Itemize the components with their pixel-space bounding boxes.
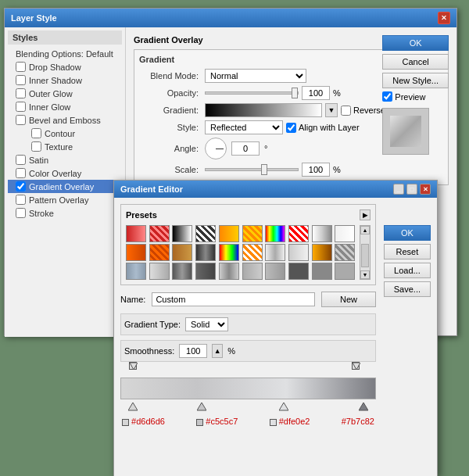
preset-swatch-2[interactable]	[172, 225, 192, 242]
preset-swatch-26[interactable]	[265, 263, 285, 280]
preset-swatch-3[interactable]	[195, 225, 216, 242]
preset-swatch-4[interactable]	[219, 225, 239, 242]
sidebar-item-contour[interactable]: Contour	[23, 127, 122, 140]
ge-reset-button[interactable]: Reset	[384, 244, 431, 259]
preset-swatch-17[interactable]	[288, 244, 309, 261]
smoothness-up-icon[interactable]: ▲	[212, 344, 223, 358]
preset-swatch-9[interactable]	[335, 225, 355, 242]
texture-check[interactable]	[31, 141, 41, 152]
preset-swatch-29[interactable]	[335, 263, 355, 280]
scroll-down-icon[interactable]: ▼	[360, 270, 370, 279]
gradient-preview-bar[interactable]	[205, 103, 322, 117]
preset-swatch-24[interactable]	[219, 263, 239, 280]
preset-swatch-13[interactable]	[195, 244, 216, 261]
cancel-button[interactable]: Cancel	[382, 54, 449, 70]
presets-grid-container: ▲ ▼	[126, 225, 371, 280]
scroll-up-icon[interactable]: ▲	[360, 226, 370, 234]
angle-input[interactable]	[231, 141, 260, 156]
gradient-type-select[interactable]: Solid Noise	[185, 317, 228, 331]
presets-expand-icon[interactable]: ▶	[360, 209, 371, 220]
smoothness-input[interactable]	[179, 344, 207, 358]
sidebar-item-color-overlay[interactable]: Color Overlay	[8, 166, 122, 180]
preset-swatch-22[interactable]	[172, 263, 192, 280]
inner-shadow-check[interactable]	[16, 75, 26, 85]
presets-section: Presets ▶ ▲ ▼	[120, 204, 376, 285]
opacity-stop-1[interactable]	[129, 362, 137, 370]
gradient-overlay-check[interactable]	[16, 181, 26, 191]
name-input[interactable]	[152, 292, 315, 306]
preset-swatch-5[interactable]	[242, 225, 263, 242]
stop-label-1: #d6d6d6	[122, 417, 165, 426]
bevel-emboss-check[interactable]	[16, 115, 26, 125]
sidebar-item-satin[interactable]: Satin	[8, 153, 122, 166]
sidebar-item-gradient-overlay[interactable]: Gradient Overlay	[8, 180, 122, 193]
preset-swatch-27[interactable]	[288, 263, 309, 280]
minimize-icon[interactable]: _	[393, 184, 404, 195]
sidebar-item-inner-glow[interactable]: Inner Glow	[8, 100, 122, 113]
preset-swatch-20[interactable]	[126, 263, 146, 280]
drop-shadow-check[interactable]	[16, 62, 26, 72]
pattern-overlay-check[interactable]	[16, 195, 26, 205]
outer-glow-check[interactable]	[16, 88, 26, 98]
scale-slider[interactable]	[205, 168, 299, 171]
ge-load-button[interactable]: Load...	[384, 263, 431, 278]
preset-swatch-15[interactable]	[242, 244, 263, 261]
close-icon[interactable]: ✕	[420, 184, 431, 195]
preset-swatch-19[interactable]	[335, 244, 355, 261]
preset-swatch-14[interactable]	[219, 244, 239, 261]
reverse-check[interactable]	[341, 106, 351, 116]
color-stop-3[interactable]	[279, 403, 288, 413]
preset-swatch-23[interactable]	[195, 263, 216, 280]
color-stop-1[interactable]	[128, 403, 138, 413]
opacity-input[interactable]	[302, 86, 330, 100]
opacity-stop-2[interactable]	[352, 362, 360, 370]
scroll-thumb[interactable]	[361, 244, 369, 267]
preset-swatch-11[interactable]	[149, 244, 170, 261]
contour-check[interactable]	[31, 128, 41, 138]
style-select[interactable]: Reflected Linear Radial Angle Diamond	[205, 120, 283, 134]
ge-ok-button[interactable]: OK	[384, 225, 431, 241]
inner-glow-check[interactable]	[16, 102, 26, 112]
sidebar-item-blending[interactable]: Blending Options: Default	[8, 48, 122, 60]
preset-swatch-7[interactable]	[288, 225, 309, 242]
satin-check[interactable]	[16, 155, 26, 165]
sidebar-item-stroke[interactable]: Stroke	[8, 206, 122, 220]
opacity-slider[interactable]	[205, 91, 299, 95]
blend-mode-select[interactable]: Normal Multiply Screen	[205, 69, 306, 83]
scale-input[interactable]	[302, 163, 330, 177]
preset-swatch-1[interactable]	[149, 225, 170, 242]
maximize-icon[interactable]: □	[406, 184, 417, 195]
stroke-check[interactable]	[16, 208, 26, 218]
sidebar-item-texture[interactable]: Texture	[23, 140, 122, 153]
sidebar-item-inner-shadow[interactable]: Inner Shadow	[8, 73, 122, 87]
preset-swatch-28[interactable]	[312, 263, 332, 280]
sidebar-item-drop-shadow[interactable]: Drop Shadow	[8, 60, 122, 73]
sidebar-item-pattern-overlay[interactable]: Pattern Overlay	[8, 193, 122, 206]
ge-save-button[interactable]: Save...	[384, 281, 431, 297]
preview-check[interactable]	[382, 91, 392, 102]
color-overlay-check[interactable]	[16, 168, 26, 178]
style-label: Style:	[139, 123, 202, 132]
sidebar-item-outer-glow[interactable]: Outer Glow	[8, 87, 122, 100]
gradient-dropdown-btn[interactable]: ▼	[325, 103, 338, 117]
color-stop-2[interactable]	[197, 403, 206, 413]
preset-swatch-18[interactable]	[312, 244, 332, 261]
new-gradient-button[interactable]: New	[321, 292, 376, 307]
preset-swatch-10[interactable]	[126, 244, 146, 261]
preset-swatch-25[interactable]	[242, 263, 263, 280]
preset-swatch-12[interactable]	[172, 244, 192, 261]
preset-swatch-8[interactable]	[312, 225, 332, 242]
color-stop-4[interactable]	[359, 403, 368, 413]
reverse-label: Reverse	[341, 106, 385, 116]
preset-swatch-6[interactable]	[265, 225, 285, 242]
gradient-overlay-label: Gradient Overlay	[29, 182, 94, 191]
new-style-button[interactable]: New Style...	[382, 73, 449, 88]
preset-swatch-21[interactable]	[149, 263, 170, 280]
close-icon[interactable]: ✕	[438, 12, 450, 24]
preset-swatch-0[interactable]	[126, 225, 146, 242]
angle-dial[interactable]	[205, 138, 227, 159]
ok-button[interactable]: OK	[382, 35, 449, 51]
sidebar-item-bevel-emboss[interactable]: Bevel and Emboss	[8, 113, 122, 127]
align-layer-check[interactable]	[286, 123, 296, 133]
preset-swatch-16[interactable]	[265, 244, 285, 261]
